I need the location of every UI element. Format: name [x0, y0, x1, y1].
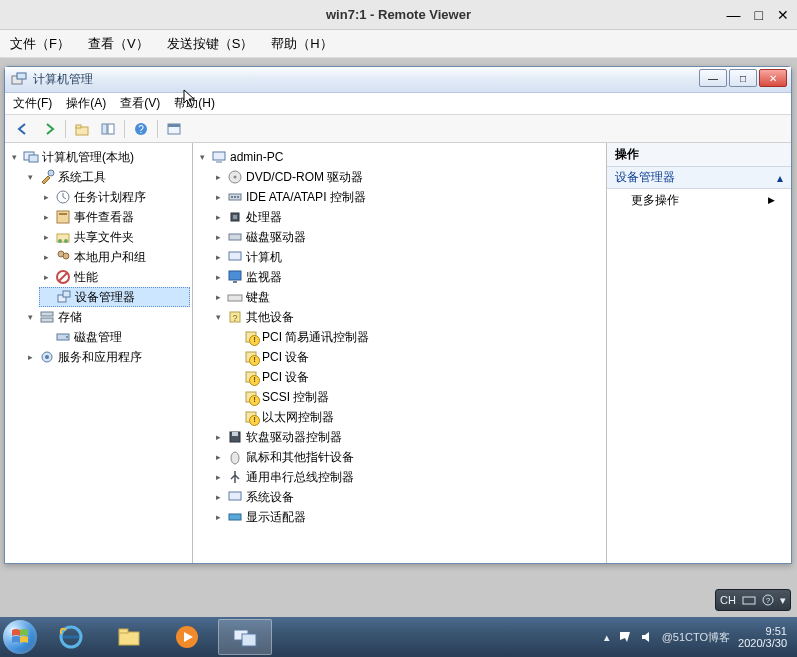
node-disk-drives[interactable]: ▸磁盘驱动器 [211, 227, 604, 247]
node-admin-pc[interactable]: ▾admin-PC [195, 147, 604, 167]
svg-point-29 [45, 355, 49, 359]
action-more-actions[interactable]: 更多操作 ▶ [607, 189, 791, 211]
ime-help-icon[interactable]: ? [762, 594, 774, 606]
taskbar-item-explorer[interactable] [102, 619, 156, 655]
mmc-titlebar[interactable]: 计算机管理 — □ ✕ [5, 67, 791, 93]
node-pci-comm-controller[interactable]: ▸PCI 简易通讯控制器 [227, 327, 604, 347]
collapse-icon: ▴ [777, 171, 783, 185]
mmc-menu-help[interactable]: 帮助(H) [174, 95, 215, 112]
node-pci-device-1[interactable]: ▸PCI 设备 [227, 347, 604, 367]
tray-volume-icon[interactable] [640, 630, 654, 644]
svg-point-20 [63, 253, 69, 259]
other-devices-icon: ? [227, 309, 243, 325]
device-manager-icon [56, 289, 72, 305]
node-device-manager[interactable]: ▸设备管理器 [39, 287, 190, 307]
menu-view[interactable]: 查看（V） [88, 35, 149, 53]
tray-clock[interactable]: 9:51 2020/3/30 [738, 625, 787, 649]
label: PCI 设备 [262, 369, 309, 386]
node-computer-management-local[interactable]: ▾ 计算机管理(本地) [7, 147, 190, 167]
node-mice[interactable]: ▸鼠标和其他指针设备 [211, 447, 604, 467]
label: 事件查看器 [74, 209, 134, 226]
result-pane[interactable]: ▾admin-PC ▸DVD/CD-ROM 驱动器 ▸IDE ATA/ATAPI… [193, 143, 607, 563]
svg-rect-31 [216, 161, 222, 163]
node-ide-ata[interactable]: ▸IDE ATA/ATAPI 控制器 [211, 187, 604, 207]
node-services-applications[interactable]: ▸服务和应用程序 [23, 347, 190, 367]
menu-file[interactable]: 文件（F） [10, 35, 70, 53]
mmc-toolbar: ? [5, 115, 791, 143]
node-shared-folders[interactable]: ▸共享文件夹 [39, 227, 190, 247]
scope-pane[interactable]: ▾ 计算机管理(本地) ▾ 系统工具 [5, 143, 193, 563]
node-other-devices[interactable]: ▾?其他设备 [211, 307, 604, 327]
node-usb-controllers[interactable]: ▸通用串行总线控制器 [211, 467, 604, 487]
ime-language-bar[interactable]: CH ? ▾ [715, 589, 791, 611]
viewer-close[interactable]: ✕ [777, 7, 789, 23]
toolbar-forward[interactable] [37, 118, 61, 140]
mmc-minimize[interactable]: — [699, 69, 727, 87]
svg-rect-50 [246, 392, 256, 402]
taskbar-item-ie[interactable] [44, 619, 98, 655]
taskbar-item-computer-management[interactable] [218, 619, 272, 655]
node-event-viewer[interactable]: ▸事件查看器 [39, 207, 190, 227]
node-performance[interactable]: ▸性能 [39, 267, 190, 287]
actions-panel-title[interactable]: 设备管理器 ▴ [607, 167, 791, 189]
menu-help[interactable]: 帮助（H） [271, 35, 332, 53]
toolbar-up[interactable] [70, 118, 94, 140]
viewer-maximize[interactable]: □ [755, 7, 763, 23]
mmc-menu-view[interactable]: 查看(V) [120, 95, 160, 112]
unknown-device-icon [243, 369, 259, 385]
node-local-users-groups[interactable]: ▸本地用户和组 [39, 247, 190, 267]
node-pci-device-2[interactable]: ▸PCI 设备 [227, 367, 604, 387]
node-system-tools[interactable]: ▾ 系统工具 [23, 167, 190, 187]
mmc-menu-action[interactable]: 操作(A) [66, 95, 106, 112]
svg-rect-4 [102, 124, 107, 134]
unknown-device-icon [243, 349, 259, 365]
system-tray[interactable]: ▴ @51CTO博客 9:51 2020/3/30 [604, 625, 797, 649]
node-system-devices[interactable]: ▸系统设备 [211, 487, 604, 507]
computer-icon [227, 249, 243, 265]
taskbar[interactable]: ▴ @51CTO博客 9:51 2020/3/30 [0, 617, 797, 657]
taskbar-item-media-player[interactable] [160, 619, 214, 655]
ime-options-icon[interactable]: ▾ [780, 594, 786, 607]
svg-point-54 [231, 452, 239, 464]
toolbar-show-hide-tree[interactable] [96, 118, 120, 140]
mmc-close[interactable]: ✕ [759, 69, 787, 87]
svg-rect-49 [246, 372, 256, 382]
node-dvd-cdrom[interactable]: ▸DVD/CD-ROM 驱动器 [211, 167, 604, 187]
viewer-minimize[interactable]: — [727, 7, 741, 23]
node-disk-management[interactable]: ▸磁盘管理 [39, 327, 190, 347]
start-button[interactable] [0, 617, 40, 657]
mmc-menu-file[interactable]: 文件(F) [13, 95, 52, 112]
label: 本地用户和组 [74, 249, 146, 266]
mmc-maximize[interactable]: □ [729, 69, 757, 87]
tray-show-hidden-icons[interactable]: ▴ [604, 631, 610, 644]
node-computers[interactable]: ▸计算机 [211, 247, 604, 267]
ime-keyboard-icon[interactable] [742, 594, 756, 606]
node-monitors[interactable]: ▸监视器 [211, 267, 604, 287]
label: 键盘 [246, 289, 270, 306]
svg-point-18 [64, 239, 68, 243]
node-floppy-controllers[interactable]: ▸软盘驱动器控制器 [211, 427, 604, 447]
cpu-icon [227, 209, 243, 225]
ime-indicator[interactable]: CH [720, 594, 736, 606]
node-keyboards[interactable]: ▸键盘 [211, 287, 604, 307]
node-storage[interactable]: ▾存储 [23, 307, 190, 327]
label: admin-PC [230, 150, 283, 164]
label: IDE ATA/ATAPI 控制器 [246, 189, 366, 206]
tray-action-center-icon[interactable] [618, 630, 632, 644]
node-display-adapters[interactable]: ▸显示适配器 [211, 507, 604, 527]
toolbar-properties[interactable] [162, 118, 186, 140]
node-task-scheduler[interactable]: ▸任务计划程序 [39, 187, 190, 207]
node-processors[interactable]: ▸处理器 [211, 207, 604, 227]
services-icon [39, 349, 55, 365]
label: PCI 简易通讯控制器 [262, 329, 369, 346]
toolbar-back[interactable] [11, 118, 35, 140]
mouse-icon [227, 449, 243, 465]
node-ethernet-controller[interactable]: ▸以太网控制器 [227, 407, 604, 427]
toolbar-help[interactable]: ? [129, 118, 153, 140]
svg-rect-37 [237, 196, 239, 198]
menu-sendkey[interactable]: 发送按键（S） [167, 35, 254, 53]
viewer-titlebar[interactable]: win7:1 - Remote Viewer — □ ✕ [0, 0, 797, 30]
keyboard-icon [227, 289, 243, 305]
svg-point-27 [66, 336, 68, 338]
node-scsi-controller[interactable]: ▸SCSI 控制器 [227, 387, 604, 407]
